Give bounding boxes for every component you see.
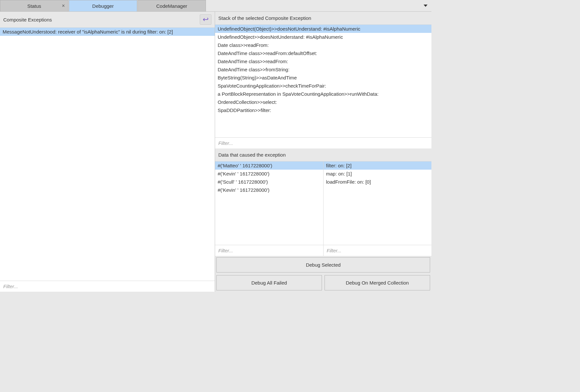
list-item[interactable]: SpaDDDPartition>>filter: [215,106,431,114]
list-item[interactable]: a PortBlockRepresentation in SpaVoteCoun… [215,90,431,98]
right-panel: Stack of the selected Composite Exceptio… [215,12,431,292]
buttons-section: Debug Selected Debug All Failed Debug On… [215,256,431,292]
tab-label: Status [27,3,41,9]
debug-merged-button[interactable]: Debug On Merged Collection [325,275,430,290]
debug-all-failed-button[interactable]: Debug All Failed [216,275,322,290]
debug-selected-button[interactable]: Debug Selected [216,257,430,273]
stack-section: Stack of the selected Composite Exceptio… [215,12,431,148]
list-item[interactable]: DateAndTime class>>readFrom: [215,57,431,65]
panel-title: Stack of the selected Composite Exceptio… [218,15,311,21]
list-item[interactable]: loadFromFile: on: [0] [324,178,432,186]
exceptions-list: MessageNotUnderstood: receiver of "isAlp… [0,28,215,281]
tab-label: Debugger [92,3,114,9]
chevron-down-icon [424,5,428,7]
list-item[interactable]: map: on: [1] [324,170,432,178]
list-item[interactable]: UndefinedObject>>doesNotUnderstand: #isA… [215,33,431,41]
data-left-list: #('Matteo' ' 1617228000') #('Kevin' ' 16… [215,161,323,245]
filter-input[interactable] [324,245,432,256]
panel-title: Composite Exceptions [3,17,52,22]
data-section: Data that caused the exception #('Matteo… [215,148,431,256]
panel-header: Composite Exceptions ↩ [0,12,215,28]
tab-status[interactable]: Status × [0,0,68,11]
list-item[interactable]: MessageNotUnderstood: receiver of "isAlp… [0,28,215,36]
tabs-menu-button[interactable] [424,0,431,11]
list-item[interactable]: DateAndTime class>>readFrom:defaultOffse… [215,49,431,57]
filter-input[interactable] [215,245,323,256]
tab-debugger[interactable]: Debugger [69,0,137,11]
list-item[interactable]: DateAndTime class>>fromString: [215,65,431,74]
list-item[interactable]: OrderedCollection>>select: [215,98,431,106]
data-right-list: filter: on: [2] map: on: [1] loadFromFil… [324,161,432,245]
list-item[interactable]: ByteString(String)>>asDateAndTime [215,74,431,82]
tabs-bar: Status × Debugger CodeManager [0,0,431,12]
filter-input[interactable] [0,281,215,292]
composite-exceptions-panel: Composite Exceptions ↩ MessageNotUnderst… [0,12,215,292]
list-item[interactable]: #('Kevin' ' 1617228000') [215,186,323,194]
filter-input[interactable] [215,137,431,148]
list-item[interactable]: #('Scull' ' 1617228000') [215,178,323,186]
data-left-column: #('Matteo' ' 1617228000') #('Kevin' ' 16… [215,161,324,256]
list-item[interactable]: Date class>>readFrom: [215,41,431,49]
panel-header: Stack of the selected Composite Exceptio… [215,12,431,25]
stack-list: UndefinedObject(Object)>>doesNotUndersta… [215,25,431,137]
list-item[interactable]: SpaVoteCountingApplication>>checkTimeFor… [215,82,431,90]
panel-title: Data that caused the exception [218,152,286,158]
list-item[interactable]: filter: on: [2] [324,161,432,170]
panel-header: Data that caused the exception [215,148,431,161]
list-item[interactable]: #('Matteo' ' 1617228000') [215,161,323,170]
tab-label: CodeManager [156,3,187,9]
close-icon[interactable]: × [62,3,65,9]
list-item[interactable]: #('Kevin' ' 1617228000') [215,170,323,178]
data-right-column: filter: on: [2] map: on: [1] loadFromFil… [324,161,432,256]
back-icon[interactable]: ↩ [200,14,211,25]
tab-codemanager[interactable]: CodeManager [138,0,206,11]
list-item[interactable]: UndefinedObject(Object)>>doesNotUndersta… [215,25,431,33]
